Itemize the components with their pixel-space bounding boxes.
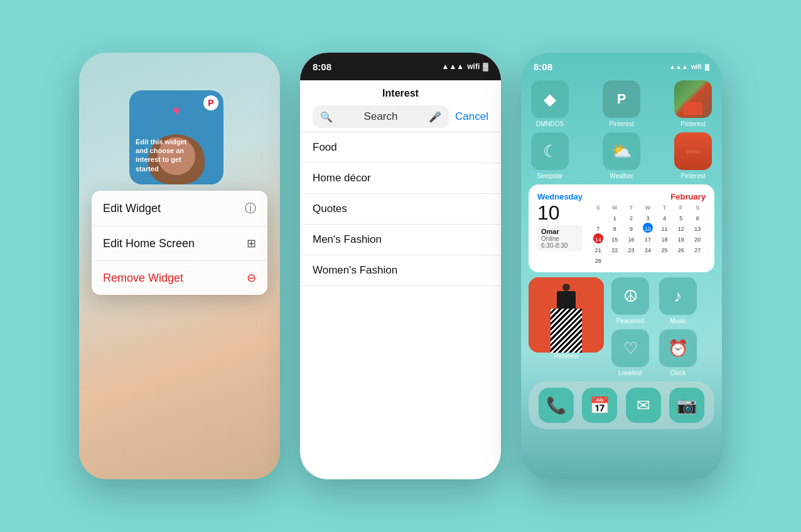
cal-day-cell: 20	[690, 233, 706, 243]
photo-widget-2: photo	[674, 132, 712, 170]
dock-camera[interactable]: 📷	[669, 388, 704, 423]
app-photo-2[interactable]: photo Pinterest	[672, 132, 714, 179]
forest-photo	[674, 80, 712, 118]
fashion-img	[529, 277, 604, 353]
cal-day-cell: 9	[623, 223, 639, 233]
cal-header-cell: W	[640, 204, 655, 211]
cal-day-cell	[673, 255, 689, 265]
status-time: 8:08	[313, 61, 331, 72]
interest-food[interactable]: Food	[300, 132, 501, 163]
app-photo-1[interactable]: Pinterest	[672, 80, 714, 127]
cal-day-cell: 16	[623, 233, 639, 243]
event-name: Omar	[541, 228, 579, 235]
interest-mens-fashion[interactable]: Men's Fashion	[300, 225, 501, 255]
cancel-button[interactable]: Cancel	[455, 110, 488, 123]
cal-day-cell: 8	[606, 223, 622, 233]
head	[562, 284, 570, 291]
battery-icon: ▓	[483, 62, 488, 71]
search-bar[interactable]: 🔍 Search 🎤	[313, 105, 449, 128]
remove-widget-label: Remove Widget	[103, 272, 183, 285]
app-lovefest[interactable]: ♡ Lovefest	[609, 329, 652, 376]
cal-day-cell: 19	[673, 233, 689, 243]
dock-mail[interactable]: ✉	[626, 388, 661, 423]
calendar-right: February SMTWTFS123456789101112131415161…	[590, 192, 706, 265]
home-screen-content: ◆ DMNDOS P Pinterest Pinterest ☾ Sleepst…	[521, 80, 722, 429]
app-music[interactable]: ♪ Music	[657, 277, 699, 324]
pinterest-img-wrap[interactable]: Pinterest	[529, 277, 604, 359]
calendar-widget[interactable]: Wednesday 10 Omar Online 6:30-8:30 Febru…	[529, 184, 714, 272]
photo-label2: Pinterest	[680, 173, 705, 179]
remove-widget-item[interactable]: Remove Widget ⊖	[92, 261, 267, 295]
dock: 📞 📅 ✉ 📷	[529, 381, 714, 429]
cal-day-cell: 23	[623, 244, 639, 254]
cal-day-cell: 28	[590, 255, 606, 265]
interest-home-decor[interactable]: Home décor	[300, 163, 501, 194]
app-dmndos[interactable]: ◆ DMNDOS	[529, 80, 571, 127]
cal-day-cell: 7	[590, 223, 606, 233]
battery-icon: ▓	[705, 63, 709, 70]
cal-day-cell	[690, 255, 706, 265]
cal-day-cell: 15	[606, 233, 622, 243]
grid-icon: ⊞	[247, 237, 256, 250]
interest-womens-fashion[interactable]: Women's Fashion	[300, 255, 501, 286]
cal-header-cell: F	[673, 204, 689, 211]
dmndos-icon: ◆	[531, 80, 569, 118]
cal-day-cell: 21	[590, 244, 606, 254]
pinterest-badge: P	[203, 95, 218, 110]
phone3-status-bar: 8:08 ▲▲▲ wifi ▓	[521, 53, 722, 80]
cal-day-cell: 2	[623, 212, 639, 222]
music-label: Music	[670, 317, 686, 324]
cal-day-cell	[606, 255, 622, 265]
cal-event: Omar Online 6:30-8:30	[537, 225, 583, 252]
clock-label: Clock	[670, 370, 685, 376]
stripes	[551, 309, 582, 353]
edit-home-screen-item[interactable]: Edit Home Screen ⊞	[92, 226, 267, 261]
edit-widget-item[interactable]: Edit Widget ⓘ	[92, 191, 267, 226]
app-weather[interactable]: ⛅ Weather	[600, 132, 643, 179]
pinterest-image-widget	[529, 277, 604, 353]
dock-phone[interactable]: 📞	[539, 388, 574, 423]
wifi-icon: wifi	[467, 62, 480, 71]
signal-icon: ▲▲▲	[669, 63, 688, 70]
search-text[interactable]: Search	[338, 110, 424, 123]
app-row-2: ☾ Sleepstar ⛅ Weather photo Pinterest	[529, 132, 714, 179]
search-row: 🔍 Search 🎤 Cancel	[310, 105, 491, 128]
music-icon: ♪	[659, 277, 697, 315]
weather-label: Weather	[610, 173, 633, 179]
cal-day-cell: 18	[657, 233, 672, 243]
cal-day-cell: 26	[673, 244, 689, 254]
app-row-1: ◆ DMNDOS P Pinterest Pinterest	[529, 80, 714, 127]
peacemid-icon: ☮	[611, 277, 649, 315]
widget-description: Edit this widget and choose an interest …	[136, 137, 217, 173]
cal-day-num: 10	[537, 203, 583, 223]
heart-icon: ♥	[172, 103, 180, 119]
pinterest-widget[interactable]: ♥ P Edit this widget and choose an inter…	[129, 90, 223, 184]
wifi-icon: wifi	[691, 63, 702, 70]
app-peacemid[interactable]: ☮ Peacemid	[609, 277, 652, 324]
app-clock[interactable]: ⏰ Clock	[657, 329, 699, 376]
cal-day-cell	[623, 255, 639, 265]
event-sub1: Online	[541, 235, 579, 242]
red-chair	[684, 102, 702, 115]
cal-grid: SMTWTFS123456789101112131415161718192021…	[590, 204, 706, 265]
cal-day-cell: 3	[640, 212, 655, 222]
dock-calendar[interactable]: 📅	[582, 388, 617, 423]
interest-list: Food Home décor Quotes Men's Fashion Wom…	[300, 132, 501, 286]
event-sub2: 6:30-8:30	[541, 242, 579, 249]
app-pinterest-1[interactable]: P Pinterest	[600, 80, 643, 127]
phone3: 8:08 ▲▲▲ wifi ▓ ◆ DMNDOS P Pinterest	[521, 53, 722, 479]
phone2: 8:08 ▲▲▲ wifi ▓ Interest 🔍 Search 🎤 Canc…	[300, 53, 501, 479]
cal-day-cell: 11	[657, 223, 672, 233]
cal-day-cell: 17	[640, 233, 655, 243]
interest-quotes[interactable]: Quotes	[300, 194, 501, 225]
clock-icon: ⏰	[659, 329, 697, 367]
cal-day-cell: 6	[690, 212, 706, 222]
app-sleepstar[interactable]: ☾ Sleepstar	[529, 132, 571, 179]
context-menu: Edit Widget ⓘ Edit Home Screen ⊞ Remove …	[92, 191, 267, 295]
cal-day-cell: 24	[640, 244, 655, 254]
cal-day-cell: 27	[690, 244, 706, 254]
photo-widget-1	[674, 80, 712, 118]
header-title: Interest	[310, 88, 491, 99]
cal-month: February	[590, 192, 706, 201]
cal-day-cell: 5	[673, 212, 689, 222]
